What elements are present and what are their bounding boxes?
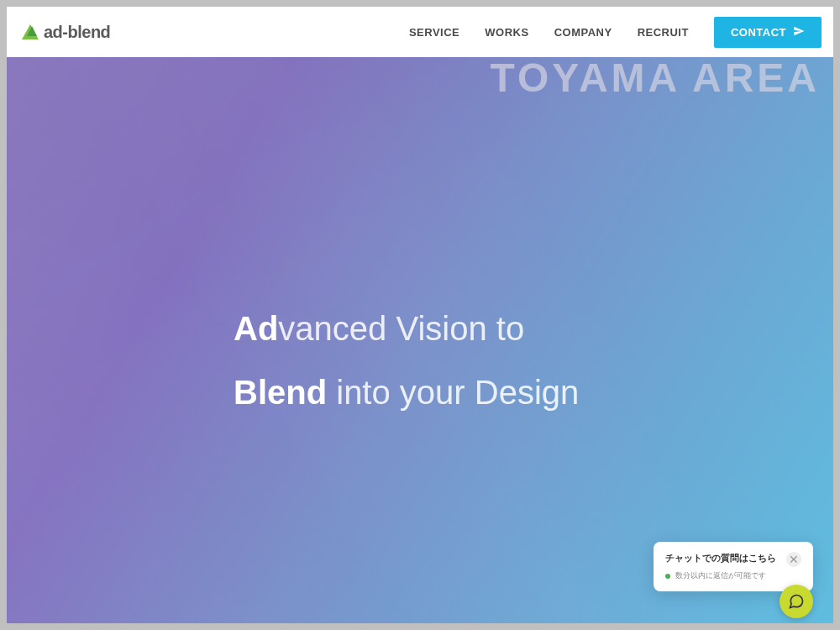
chat-title: チャットでの質問はこちら [665, 552, 776, 564]
send-icon [793, 25, 805, 39]
headline-line1: Advanced Vision to [234, 297, 579, 360]
nav-recruit[interactable]: RECRUIT [638, 26, 689, 39]
headline-line1-bold: Ad [234, 310, 278, 347]
chat-header: チャットでの質問はこちら ✕ [665, 552, 801, 567]
hero-section: WEB DESIGN & SEO TOYAMA AREA Advanced Vi… [7, 57, 833, 623]
chat-bubble-button[interactable] [780, 585, 813, 618]
hero-headline: Advanced Vision to Blend into your Desig… [234, 297, 579, 424]
nav-service[interactable]: SERVICE [409, 26, 459, 39]
bg-text-line2: TOYAMA AREA [491, 57, 821, 99]
headline-line2: Blend into your Design [234, 360, 579, 424]
headline-line2-bold: Blend [234, 374, 327, 411]
chat-subtitle: 数分以内に返信が可能です [675, 570, 766, 581]
contact-button[interactable]: CONTACT [714, 17, 822, 48]
close-icon[interactable]: ✕ [786, 552, 801, 567]
headline-line2-rest: into your Design [327, 374, 579, 411]
chat-widget[interactable]: チャットでの質問はこちら ✕ 数分以内に返信が可能です [654, 542, 813, 591]
nav-works[interactable]: WORKS [485, 26, 528, 39]
logo[interactable]: ad-blend [22, 23, 110, 42]
background-text: WEB DESIGN & SEO TOYAMA AREA [491, 57, 821, 99]
headline-line1-rest: vanced Vision to [278, 310, 524, 347]
chat-icon [788, 593, 805, 610]
chat-status: 数分以内に返信が可能です [665, 570, 801, 581]
status-dot-icon [665, 574, 670, 579]
header: ad-blend SERVICE WORKS COMPANY RECRUIT C… [7, 7, 833, 57]
logo-text: ad-blend [44, 23, 110, 42]
nav-company[interactable]: COMPANY [554, 26, 612, 39]
contact-label: CONTACT [731, 26, 786, 39]
main-nav: SERVICE WORKS COMPANY RECRUIT CONTACT [409, 17, 822, 48]
logo-icon [22, 24, 39, 39]
